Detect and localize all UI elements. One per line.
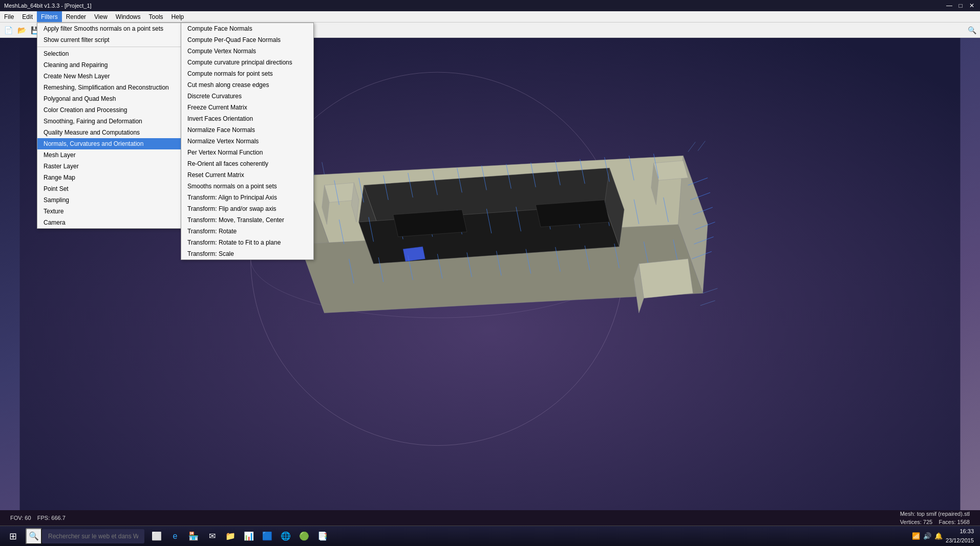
normals-reorient[interactable]: Re-Orient all faces coherently (181, 158, 313, 169)
normals-freeze-matrix[interactable]: Freeze Current Matrix (181, 102, 313, 113)
normals-reset-matrix[interactable]: Reset Current Matrix (181, 169, 313, 181)
normals-cut-crease[interactable]: Cut mesh along crease edges (181, 79, 313, 91)
normals-normalize-vertex-label: Normalize Vertex Normals (187, 138, 259, 145)
status-fov: FOV: 60 (10, 515, 31, 521)
title-bar: MeshLab_64bit v1.3.3 - [Project_1] — □ ✕ (0, 0, 980, 11)
normals-compute-points[interactable]: Compute normals for point sets (181, 68, 313, 79)
taskbar-notification-icon[interactable]: 🔔 (934, 532, 943, 540)
normals-smooths-label: Smooths normals on a point sets (187, 183, 277, 190)
normals-compute-points-label: Compute normals for point sets (187, 70, 273, 77)
taskbar-mail[interactable]: ✉ (204, 528, 220, 544)
taskbar-app1[interactable]: 📊 (241, 528, 257, 544)
status-fps: FPS: 666.7 (37, 515, 66, 521)
svg-marker-68 (403, 247, 425, 261)
normals-per-vertex-fn[interactable]: Per Vertex Normal Function (181, 147, 313, 158)
normals-compute-curvature[interactable]: Compute curvature principal directions (181, 57, 313, 68)
svg-marker-66 (639, 259, 693, 298)
toolbar-open[interactable]: 📂 (15, 24, 28, 36)
normals-discrete[interactable]: Discrete Curvatures (181, 91, 313, 102)
taskbar-store[interactable]: 🏪 (185, 528, 202, 544)
menu-filters[interactable]: Filters (37, 11, 62, 22)
normals-compute-face-label: Compute Face Normals (187, 25, 252, 32)
menu-render[interactable]: Render (62, 11, 90, 22)
taskbar-app3[interactable]: 🟢 (296, 528, 312, 544)
normals-invert-faces[interactable]: Invert Faces Orientation (181, 113, 313, 124)
filter-show-script-label: Show current filter script (44, 36, 110, 43)
normals-transform-move[interactable]: Transform: Move, Translate, Center (181, 214, 313, 226)
title-bar-controls: — □ ✕ (945, 2, 976, 10)
taskbar-search-icon[interactable]: 🔍 (26, 528, 42, 544)
status-left: FOV: 60 FPS: 666.7 (10, 514, 66, 522)
taskbar-edge[interactable]: e (167, 528, 183, 544)
normals-compute-face[interactable]: Compute Face Normals (181, 23, 313, 34)
status-bar: FOV: 60 FPS: 666.7 Mesh: top smif (repai… (0, 510, 980, 526)
maximize-button[interactable]: □ (956, 2, 965, 10)
normals-normalize-face-label: Normalize Face Normals (187, 126, 255, 134)
taskbar-search-input[interactable] (42, 529, 144, 543)
status-faces: Faces: 1568 (939, 519, 970, 525)
normals-normalize-face[interactable]: Normalize Face Normals (181, 124, 313, 136)
normals-per-vertex-fn-label: Per Vertex Normal Function (187, 149, 263, 156)
start-button[interactable]: ⊞ (0, 526, 26, 547)
normals-compute-vertex[interactable]: Compute Vertex Normals (181, 46, 313, 57)
normals-submenu: Compute Face Normals Compute Per-Quad Fa… (181, 23, 314, 260)
svg-marker-65 (536, 200, 609, 227)
normals-transform-rotate-fit-label: Transform: Rotate to Fit to a plane (187, 239, 281, 246)
menu-view[interactable]: View (90, 11, 112, 22)
taskbar-sound-icon[interactable]: 🔊 (923, 532, 931, 540)
normals-transform-align-label: Transform: Align to Principal Axis (187, 194, 277, 201)
menu-windows[interactable]: Windows (112, 11, 145, 22)
clock-time: 16:33 (946, 527, 974, 536)
normals-transform-scale[interactable]: Transform: Scale (181, 248, 313, 259)
taskbar-chrome[interactable]: 🌐 (278, 528, 294, 544)
normals-transform-align[interactable]: Transform: Align to Principal Axis (181, 192, 313, 203)
toolbar-new[interactable]: 📄 (2, 24, 14, 36)
normals-transform-move-label: Transform: Move, Translate, Center (187, 216, 284, 224)
taskbar-clock[interactable]: 16:33 23/12/2015 (946, 527, 980, 545)
normals-transform-flip-label: Transform: Flip and/or swap axis (187, 205, 276, 212)
taskbar-task-view[interactable]: ⬜ (148, 528, 165, 544)
normals-transform-rotate[interactable]: Transform: Rotate (181, 226, 313, 237)
menu-bar: File Edit Filters Render View Windows To… (0, 11, 980, 23)
normals-transform-scale-label: Transform: Scale (187, 250, 234, 257)
status-vertices: Vertices: 725 (900, 519, 933, 525)
normals-normalize-vertex[interactable]: Normalize Vertex Normals (181, 136, 313, 147)
clock-date: 23/12/2015 (946, 536, 974, 545)
normals-compute-quad-label: Compute Per-Quad Face Normals (187, 36, 281, 43)
normals-transform-flip[interactable]: Transform: Flip and/or swap axis (181, 203, 313, 214)
normals-reorient-label: Re-Orient all faces coherently (187, 160, 268, 167)
filter-apply-label: Apply filter Smooths normals on a point … (44, 25, 163, 32)
normals-discrete-label: Discrete Curvatures (187, 93, 242, 100)
normals-compute-quad[interactable]: Compute Per-Quad Face Normals (181, 34, 313, 46)
menu-tools[interactable]: Tools (145, 11, 167, 22)
taskbar-app-icons: ⬜ e 🏪 ✉ 📁 📊 🟦 🌐 🟢 📑 (144, 528, 335, 544)
taskbar-network-icon[interactable]: 📶 (912, 532, 920, 540)
menu-file[interactable]: File (0, 11, 18, 22)
menu-edit[interactable]: Edit (18, 11, 37, 22)
svg-marker-64 (393, 210, 467, 237)
svg-marker-14 (654, 161, 688, 180)
status-mesh-name: Mesh: top smif (repaired).stl (900, 511, 970, 517)
normals-transform-rotate-label: Transform: Rotate (187, 228, 237, 235)
normals-transform-rotate-fit[interactable]: Transform: Rotate to Fit to a plane (181, 237, 313, 248)
taskbar-system-buttons: 📶 🔊 🔔 (909, 532, 946, 540)
status-right: Mesh: top smif (repaired).stl Vertices: … (900, 510, 970, 527)
taskbar-folder[interactable]: 📁 (222, 528, 239, 544)
normals-compute-vertex-label: Compute Vertex Normals (187, 48, 256, 55)
normals-freeze-matrix-label: Freeze Current Matrix (187, 104, 247, 111)
taskbar-app2[interactable]: 🟦 (259, 528, 275, 544)
normals-compute-curvature-label: Compute curvature principal directions (187, 59, 292, 66)
menu-help[interactable]: Help (167, 11, 188, 22)
close-button[interactable]: ✕ (968, 2, 976, 10)
taskbar: ⊞ 🔍 ⬜ e 🏪 ✉ 📁 📊 🟦 🌐 🟢 📑 📶 🔊 🔔 16:33 23/1… (0, 526, 980, 546)
normals-smooths[interactable]: Smooths normals on a point sets (181, 181, 313, 192)
normals-cut-crease-label: Cut mesh along crease edges (187, 81, 269, 89)
toolbar-search[interactable]: 🔍 (966, 24, 978, 36)
normals-reset-matrix-label: Reset Current Matrix (187, 171, 244, 179)
app-title: MeshLab_64bit v1.3.3 - [Project_1] (4, 3, 92, 9)
taskbar-ppt[interactable]: 📑 (314, 528, 331, 544)
minimize-button[interactable]: — (945, 2, 953, 10)
normals-invert-faces-label: Invert Faces Orientation (187, 115, 253, 122)
